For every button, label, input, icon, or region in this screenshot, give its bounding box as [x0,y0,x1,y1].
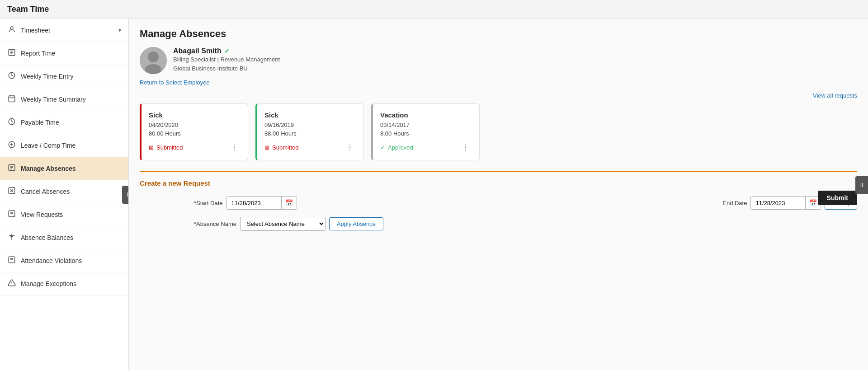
absence-name-form-row: *Absence Name Select Absence Name Sick V… [194,217,857,231]
card-footer-3: ✓ Approved ⋮ [380,142,472,153]
sidebar-item-weekly-time-entry[interactable]: Weekly Time Entry [0,65,128,88]
apply-absence-button[interactable]: Apply Absence [329,217,383,230]
employee-name: Abagail Smith ✓ [173,47,280,55]
sidebar-collapse-button[interactable]: II [122,186,129,204]
create-request-title: Create a new Request [140,179,857,187]
card-status-1: ⊠ Submitted [149,144,183,151]
card-hours-3: 8.00 Hours [380,130,472,137]
sidebar: Timesheet ▾ Report Time Weekly Time Entr… [0,19,129,370]
sidebar-item-manage-exceptions[interactable]: Manage Exceptions [0,272,128,295]
sidebar-item-label: Manage Absences [21,165,76,172]
card-type-1: Sick [149,111,241,119]
page-title: Manage Absences [140,28,857,40]
return-to-select-employee-link[interactable]: Return to Select Employee [140,79,210,86]
app-header: Team Time [0,0,868,19]
date-form-row: *Start Date 📅 End Date 📅 +1 Day [194,196,857,210]
absence-cards-container: Sick 04/20/2020 80.00 Hours ⊠ Submitted … [140,103,857,160]
absence-name-group: *Absence Name Select Absence Name Sick V… [194,217,383,231]
sidebar-item-label: Manage Exceptions [21,280,76,287]
chevron-down-icon: ▾ [118,27,121,33]
attendance-violations-icon [7,256,16,266]
sidebar-item-label: Weekly Time Entry [21,73,73,80]
sidebar-item-manage-absences[interactable]: Manage Absences [0,157,128,180]
sidebar-item-label: Report Time [21,50,55,57]
card-date-2: 09/16/2019 [264,122,356,128]
start-date-input[interactable] [227,197,281,209]
card-menu-button-1[interactable]: ⋮ [228,142,241,153]
start-date-group: *Start Date 📅 [194,196,297,210]
submitted-icon-2: ⊠ [264,144,269,151]
absence-card-3: Vacation 03/14/2017 8.00 Hours ✓ Approve… [371,103,480,160]
sidebar-item-label: Leave / Comp Time [21,142,75,149]
card-status-3: ✓ Approved [380,144,413,151]
app-title: Team Time [7,5,49,14]
svg-point-31 [148,52,159,62]
absence-name-label: *Absence Name [194,220,236,227]
sidebar-item-weekly-time-summary[interactable]: Weekly Time Summary [0,88,128,111]
verified-icon: ✓ [224,47,230,55]
sidebar-item-absence-balances[interactable]: Absence Balances [0,226,128,249]
end-date-label: End Date [722,200,747,206]
sidebar-item-leave-comp-time[interactable]: Leave / Comp Time [0,134,128,157]
sidebar-item-label: Attendance Violations [21,257,82,264]
card-menu-button-3[interactable]: ⋮ [459,142,472,153]
employee-details: Abagail Smith ✓ Billing Specialist | Rev… [173,47,280,73]
submitted-icon-1: ⊠ [149,144,154,151]
absence-card-2: Sick 09/16/2019 88.00 Hours ⊠ Submitted … [255,103,364,160]
card-footer-1: ⊠ Submitted ⋮ [149,142,241,153]
sidebar-item-label: Absence Balances [21,234,73,241]
absence-name-select[interactable]: Select Absence Name Sick Vacation Person… [240,217,326,231]
svg-rect-6 [9,96,15,102]
sidebar-item-view-requests[interactable]: View Requests [0,203,128,226]
timesheet-icon [7,25,16,35]
approved-icon: ✓ [380,144,385,151]
card-date-3: 03/14/2017 [380,122,472,128]
manage-exceptions-icon [7,279,16,289]
card-menu-button-2[interactable]: ⋮ [344,142,356,153]
sidebar-item-cancel-absences[interactable]: Cancel Absences [0,180,128,203]
end-date-input-wrapper: 📅 [750,196,821,210]
sidebar-item-label: Timesheet [21,27,50,34]
sidebar-item-report-time[interactable]: Report Time [0,42,128,65]
card-date-1: 04/20/2020 [149,122,241,128]
avatar [140,47,167,74]
employee-department: Global Business Institute BU [173,64,280,73]
card-type-2: Sick [264,111,356,119]
employee-title: Billing Specialist | Revenue Management [173,55,280,64]
end-date-input[interactable] [751,197,805,209]
employee-info: Abagail Smith ✓ Billing Specialist | Rev… [140,47,857,74]
manage-absences-icon [7,164,16,173]
absence-balances-icon [7,233,16,243]
sidebar-item-attendance-violations[interactable]: Attendance Violations [0,249,128,272]
sidebar-item-timesheet[interactable]: Timesheet ▾ [0,19,128,42]
create-request-section: Create a new Request Submit *Start Date … [140,171,857,231]
view-requests-icon [7,210,16,220]
sidebar-item-label: Cancel Absences [21,188,70,195]
svg-point-0 [10,27,13,29]
weekly-summary-icon [7,94,16,104]
view-all-requests-link[interactable]: View all requests [140,92,857,99]
card-hours-2: 88.00 Hours [264,130,356,137]
submit-button[interactable]: Submit [818,191,857,205]
absence-card-1: Sick 04/20/2020 80.00 Hours ⊠ Submitted … [140,103,248,160]
card-type-3: Vacation [380,111,472,119]
leave-comp-icon [7,141,16,150]
sidebar-item-label: Payable Time [21,119,59,126]
sidebar-item-label: Weekly Time Summary [21,96,86,103]
start-date-calendar-button[interactable]: 📅 [281,197,297,209]
payable-time-icon [7,117,16,127]
sidebar-item-label: View Requests [21,211,63,218]
report-time-icon [7,48,16,58]
sidebar-item-payable-time[interactable]: Payable Time [0,111,128,134]
start-date-label: *Start Date [194,200,223,206]
card-footer-2: ⊠ Submitted ⋮ [264,142,356,153]
weekly-entry-icon [7,71,16,81]
right-collapse-button[interactable]: II [855,176,868,194]
main-content: Manage Absences Abagail Smith ✓ Billing … [129,19,868,370]
card-hours-1: 80.00 Hours [149,130,241,137]
cancel-absences-icon [7,187,16,197]
card-status-2: ⊠ Submitted [264,144,299,151]
start-date-input-wrapper: 📅 [226,196,297,210]
